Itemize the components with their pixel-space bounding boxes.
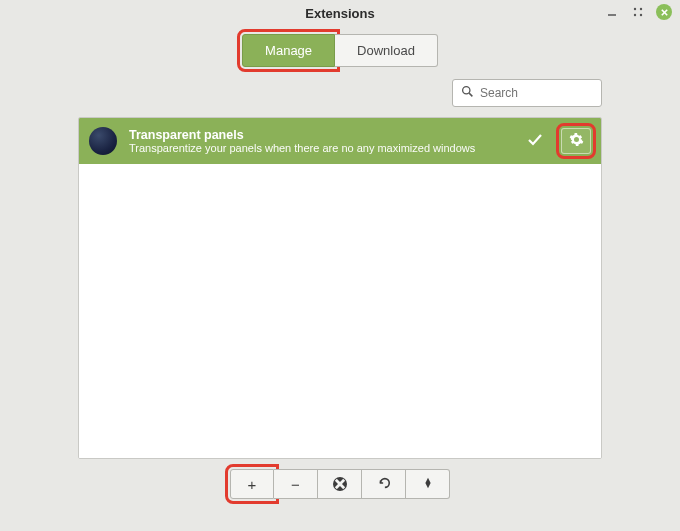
- window-controls: [604, 4, 672, 20]
- bottom-toolbar: + −: [78, 469, 602, 499]
- extension-settings-button[interactable]: [561, 128, 591, 154]
- remove-button[interactable]: −: [274, 469, 318, 499]
- checkmark-icon: [527, 132, 543, 151]
- tab-manage[interactable]: Manage: [242, 34, 335, 67]
- tab-bar: Manage Download: [0, 26, 680, 79]
- tab-download[interactable]: Download: [335, 34, 438, 67]
- plus-icon: +: [248, 476, 257, 493]
- refresh-button[interactable]: [362, 469, 406, 499]
- svg-point-4: [640, 14, 642, 16]
- disable-icon: [333, 477, 347, 491]
- titlebar: Extensions: [0, 0, 680, 26]
- svg-point-7: [463, 87, 470, 94]
- svg-point-2: [640, 8, 642, 10]
- more-button[interactable]: [406, 469, 450, 499]
- svg-point-3: [634, 14, 636, 16]
- gear-icon: [569, 132, 584, 150]
- search-input[interactable]: [480, 86, 593, 100]
- extension-row[interactable]: Transparent panels Transparentize your p…: [79, 118, 601, 164]
- search-row: [0, 79, 680, 117]
- extension-icon: [89, 127, 117, 155]
- extensions-panel: Transparent panels Transparentize your p…: [78, 117, 602, 459]
- svg-line-8: [469, 93, 472, 96]
- window-title: Extensions: [305, 6, 374, 21]
- search-box[interactable]: [452, 79, 602, 107]
- search-icon: [461, 85, 474, 101]
- extension-text: Transparent panels Transparentize your p…: [129, 128, 515, 154]
- disable-button[interactable]: [318, 469, 362, 499]
- extensions-empty-area: [79, 164, 601, 458]
- minus-icon: −: [291, 476, 300, 493]
- extension-title: Transparent panels: [129, 128, 515, 142]
- add-button[interactable]: +: [230, 469, 274, 499]
- maximize-button[interactable]: [630, 4, 646, 20]
- extension-description: Transparentize your panels when there ar…: [129, 142, 515, 154]
- undo-icon: [377, 476, 391, 493]
- diamond-icon: [421, 476, 435, 493]
- svg-point-1: [634, 8, 636, 10]
- minimize-button[interactable]: [604, 4, 620, 20]
- close-button[interactable]: [656, 4, 672, 20]
